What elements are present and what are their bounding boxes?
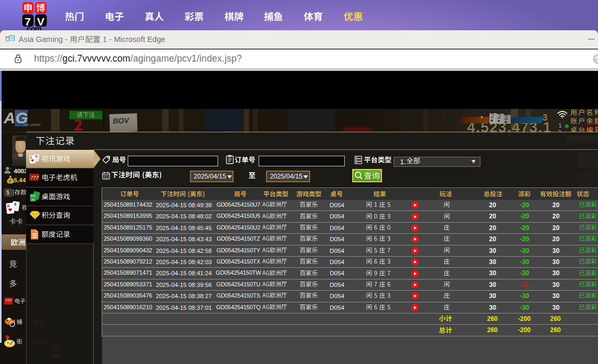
- svg-text:$: $: [9, 179, 12, 183]
- svg-text:*: *: [10, 167, 12, 171]
- svg-text:777: 777: [31, 175, 39, 180]
- svg-text:K: K: [30, 156, 33, 159]
